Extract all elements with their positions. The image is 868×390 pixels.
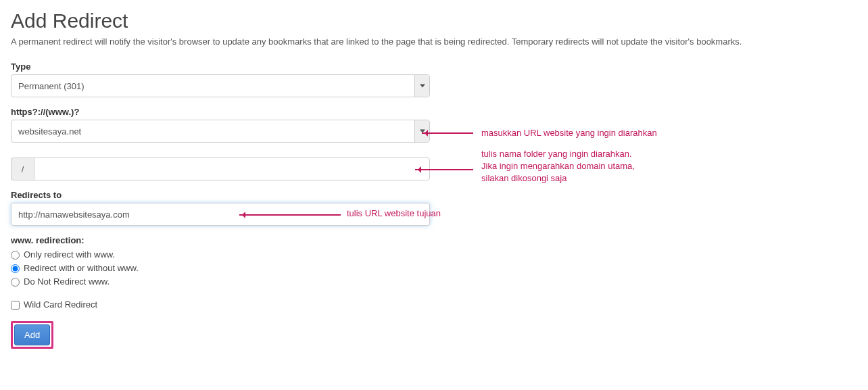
radio-input[interactable] <box>11 251 20 260</box>
www-option-1[interactable]: Redirect with or without www. <box>11 262 857 275</box>
redirects-to-label: Redirects to <box>11 190 857 200</box>
domain-label: https?://(www.)? <box>11 107 857 117</box>
page-title: Add Redirect <box>11 9 857 32</box>
www-option-0[interactable]: Only redirect with www. <box>11 248 857 262</box>
add-button-highlight: Add <box>11 321 53 349</box>
wildcard-checkbox[interactable] <box>11 301 20 310</box>
annotation-arrow-icon <box>415 169 473 170</box>
path-prefix: / <box>11 157 34 180</box>
path-annotation: tulis nama folder yang ingin diarahkan. … <box>481 148 635 185</box>
type-select[interactable]: Permanent (301) <box>11 74 430 97</box>
redirects-to-input[interactable] <box>11 203 430 226</box>
www-option-2[interactable]: Do Not Redirect www. <box>11 275 857 289</box>
radio-input[interactable] <box>11 278 20 287</box>
annotation-arrow-icon <box>239 214 341 216</box>
radio-input[interactable] <box>11 264 20 273</box>
add-button[interactable]: Add <box>14 324 50 345</box>
wildcard-option[interactable]: Wild Card Redirect <box>11 298 857 312</box>
page-description: A permanent redirect will notify the vis… <box>11 36 857 47</box>
path-input[interactable] <box>34 157 430 180</box>
domain-annotation: masukkan URL website yang ingin diarahka… <box>481 127 657 139</box>
annotation-arrow-icon <box>422 132 473 134</box>
domain-select[interactable]: websitesaya.net <box>11 120 430 143</box>
type-label: Type <box>11 62 857 72</box>
www-label: www. redirection: <box>11 235 857 245</box>
